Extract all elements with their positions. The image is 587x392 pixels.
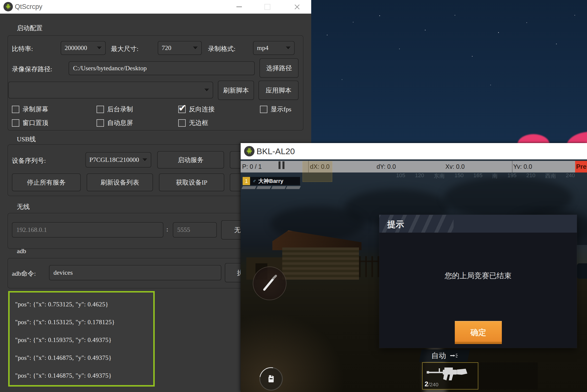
launch-config-label: 启动配置 bbox=[17, 24, 43, 32]
debug-yv-value: Yv: 0.0 bbox=[513, 163, 532, 170]
debug-overlay-bar: P: 0 / 1 dX: 0.0 dY: 0.0 Xv: 0.0 Yv: 0.0… bbox=[241, 161, 587, 172]
wireless-port-placeholder: 5555 bbox=[177, 226, 190, 234]
android-app-icon bbox=[4, 2, 13, 12]
dialog-ok-button[interactable]: 确定 bbox=[455, 321, 502, 344]
bitrate-combo[interactable]: 2000000 bbox=[61, 41, 106, 55]
pause-icon bbox=[282, 161, 284, 169]
max-size-value: 720 bbox=[162, 44, 171, 52]
qtscrcpy-titlebar[interactable]: QtScrcpy bbox=[0, 0, 311, 14]
wireless-ip-input[interactable]: 192.168.0.1 bbox=[12, 222, 163, 238]
save-path-input[interactable]: C:/Users/bytedance/Desktop bbox=[69, 61, 255, 75]
checkbox-box bbox=[12, 106, 19, 113]
compass-label: 南 bbox=[492, 172, 498, 180]
male-icon: ♂ bbox=[253, 178, 256, 184]
dirt-patch bbox=[241, 313, 345, 392]
compass-label: 165 bbox=[473, 172, 482, 180]
serial-combo[interactable]: P7CGL18C210000 bbox=[86, 152, 151, 168]
wireless-port-input[interactable]: 5555 bbox=[173, 222, 217, 238]
save-path-value: C:/Users/bytedance/Desktop bbox=[73, 64, 147, 72]
compass-label: 210 bbox=[526, 172, 535, 180]
checkbox-record-screen[interactable]: 录制屏幕 bbox=[12, 105, 48, 114]
player-nameplate: ♂ 大神Barry bbox=[250, 177, 300, 185]
phone-mirror-window: BKL-AL20 P: 0 / 1 dX: 0.0 dY: 0.0 Xv: bbox=[241, 143, 587, 392]
close-icon bbox=[294, 4, 300, 10]
weapon-slot-primary[interactable]: 2/240 bbox=[422, 362, 478, 390]
ammo-counter: 2/240 bbox=[425, 380, 438, 388]
chevron-down-icon bbox=[142, 158, 147, 161]
checkbox-box bbox=[260, 106, 267, 113]
debug-pre-badge: Pre bbox=[575, 161, 587, 172]
checkbox-reverse-connect[interactable]: 反向连接 bbox=[178, 105, 215, 114]
colon-separator: : bbox=[166, 226, 168, 233]
minimize-button[interactable] bbox=[231, 0, 247, 14]
android-app-icon bbox=[244, 146, 255, 156]
dialog-title: 提示 bbox=[387, 219, 404, 230]
stop-all-services-button[interactable]: 停止所有服务 bbox=[12, 174, 81, 191]
game-screen: P: 0 / 1 dX: 0.0 dY: 0.0 Xv: 0.0 Yv: 0.0… bbox=[241, 159, 587, 392]
close-button[interactable] bbox=[289, 0, 305, 14]
debug-dy-value: dY: 0.0 bbox=[377, 163, 396, 170]
serial-label: 设备序列号: bbox=[12, 156, 46, 165]
maximize-button[interactable] bbox=[259, 0, 275, 14]
team-health-bar bbox=[242, 186, 300, 189]
checkbox-box bbox=[12, 119, 19, 127]
checkbox-box bbox=[97, 106, 104, 113]
start-service-button[interactable]: 启动服务 bbox=[157, 151, 224, 168]
fire-mode-plate[interactable]: 自动 bbox=[419, 350, 470, 362]
checkbox-frameless[interactable]: 无边框 bbox=[178, 118, 208, 127]
refresh-script-button[interactable]: 刷新脚本 bbox=[218, 81, 254, 100]
star bbox=[399, 48, 400, 49]
tree-silhouette bbox=[577, 263, 587, 279]
chevron-down-icon bbox=[204, 88, 209, 92]
fire-mode-label: 自动 bbox=[431, 351, 446, 361]
checkbox-box-checked bbox=[178, 106, 186, 113]
choose-path-button[interactable]: 选择路径 bbox=[259, 58, 299, 78]
console-output: "pos": {"x": 0.753125, "y": 0.4625} "pos… bbox=[8, 291, 155, 386]
checkbox-show-fps[interactable]: 显示fps bbox=[260, 105, 291, 114]
player-rank-badge: 1 bbox=[243, 177, 250, 185]
star bbox=[472, 56, 473, 57]
checkbox-background-record[interactable]: 后台录制 bbox=[97, 105, 133, 114]
adb-group-label: adb bbox=[17, 248, 26, 255]
game-dialog: 提示 您的上局竞赛已结束 确定 bbox=[379, 215, 577, 348]
chevron-down-icon bbox=[193, 46, 198, 50]
bitrate-value: 2000000 bbox=[65, 44, 87, 52]
star bbox=[353, 22, 354, 22]
console-line: "pos": {"x": 0.146875, "y": 0.49375} bbox=[10, 346, 153, 364]
chevron-down-icon bbox=[97, 46, 102, 50]
weapon-slot-secondary[interactable] bbox=[480, 362, 538, 390]
melee-weapon-button[interactable] bbox=[253, 266, 286, 300]
get-device-ip-button[interactable]: 获取设备IP bbox=[159, 174, 224, 191]
divider bbox=[512, 161, 512, 172]
adb-command-input[interactable]: devices bbox=[49, 265, 221, 280]
star bbox=[490, 85, 491, 86]
bitrate-label: 比特率: bbox=[12, 44, 33, 53]
fuel-can-button[interactable] bbox=[259, 367, 283, 390]
star bbox=[526, 22, 527, 23]
debug-p-value: P: 0 / 1 bbox=[242, 163, 262, 170]
adb-command-label: adb命令: bbox=[12, 269, 36, 278]
refresh-device-list-button[interactable]: 刷新设备列表 bbox=[87, 174, 153, 191]
dialog-message: 您的上局竞赛已结束 bbox=[379, 271, 577, 281]
console-line: "pos": {"x": 0.159375, "y": 0.49375} bbox=[10, 328, 153, 346]
script-combo[interactable] bbox=[8, 82, 213, 98]
checkbox-box bbox=[97, 119, 104, 127]
phone-titlebar[interactable]: BKL-AL20 bbox=[241, 143, 587, 159]
star bbox=[342, 79, 342, 80]
star bbox=[556, 44, 557, 44]
player-name: 大神Barry bbox=[258, 178, 283, 185]
star bbox=[327, 35, 328, 36]
checkbox-always-on-top[interactable]: 窗口置顶 bbox=[12, 118, 48, 127]
window-title: QtScrcpy bbox=[15, 0, 42, 14]
pause-icon bbox=[279, 161, 281, 169]
compass-label: 东南 bbox=[434, 172, 445, 180]
adb-command-value: devices bbox=[54, 269, 73, 276]
serial-value: P7CGL18C210000 bbox=[89, 156, 139, 164]
record-format-combo[interactable]: mp4 bbox=[253, 41, 295, 55]
max-size-combo[interactable]: 720 bbox=[158, 41, 202, 55]
debug-xv-value: Xv: 0.0 bbox=[445, 163, 465, 170]
android-robot-icon bbox=[5, 3, 12, 10]
android-robot-icon bbox=[245, 147, 253, 155]
checkbox-screen-off[interactable]: 自动息屏 bbox=[97, 118, 133, 127]
apply-script-button[interactable]: 应用脚本 bbox=[258, 81, 299, 100]
